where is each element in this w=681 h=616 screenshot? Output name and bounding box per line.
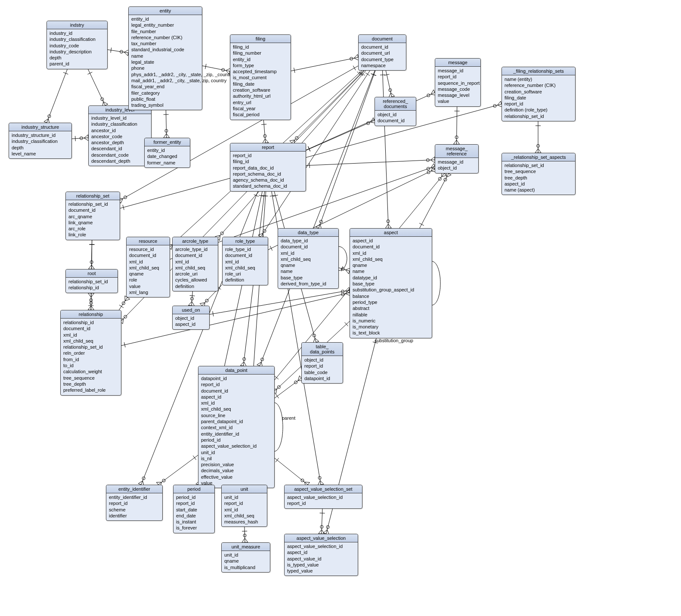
attr-row: aspect_id: [287, 549, 355, 555]
entity-relationship[interactable]: relationshiprelationship_iddocument_idxm…: [60, 310, 121, 396]
entity-_filing_relationship_sets[interactable]: _filing_relationship_setsname (entity)re…: [501, 67, 576, 121]
attr-row: name: [281, 268, 336, 274]
svg-line-171: [91, 306, 94, 310]
attr-row: creation_software: [233, 87, 288, 93]
attr-row: document_id: [378, 118, 413, 124]
entity-arcrole_type[interactable]: arcrole_typearcrole_type_iddocument_idxm…: [172, 237, 218, 291]
entity-indstry[interactable]: indstryindustry_idindustry_classificatio…: [46, 21, 108, 69]
svg-line-137: [261, 195, 266, 196]
attr-row: depth: [50, 55, 105, 61]
entity-_relationship_set_aspects[interactable]: _relationship_set_aspectsrelationship_se…: [501, 153, 576, 195]
entity-period[interactable]: periodperiod_idreport_idstart_dateend_da…: [173, 485, 215, 533]
attr-row: preferred_label_role: [63, 387, 118, 393]
svg-point-130: [313, 334, 316, 337]
attr-row: xml_id: [175, 259, 215, 265]
attr-row: filing_id: [233, 44, 288, 50]
svg-line-224: [346, 270, 349, 274]
attr-row: substitution_group_aspect_id: [353, 287, 429, 293]
entity-report[interactable]: reportreport_idfiling_idreport_data_doc_…: [230, 143, 306, 192]
attr-row: name (entity): [505, 76, 573, 82]
entity-message_reference[interactable]: message_referencemessage_idobject_id: [435, 144, 479, 173]
entity-attrs: report_idfiling_idreport_data_doc_idrepo…: [230, 152, 306, 191]
svg-line-282: [274, 458, 308, 485]
entity-title: message_reference: [435, 145, 478, 158]
svg-point-76: [220, 232, 223, 235]
attr-row: report_id: [109, 500, 160, 506]
entity-data_point[interactable]: data_pointdatapoint_idreport_iddocument_…: [198, 366, 275, 488]
entity-message[interactable]: messagemessage_idreport_idsequence_in_re…: [435, 58, 481, 107]
attr-row: qname: [281, 262, 336, 268]
entity-attrs: aspect_iddocument_idxml_idxml_child_seqq…: [350, 237, 432, 338]
svg-line-315: [538, 149, 541, 153]
svg-line-259: [275, 394, 279, 398]
entity-role_type[interactable]: role_typerole_type_iddocument_idxml_idxm…: [222, 237, 268, 285]
attr-row: is_most_current: [233, 74, 288, 80]
svg-point-208: [205, 299, 208, 302]
svg-point-246: [444, 178, 447, 181]
attr-row: effective_value: [201, 474, 272, 480]
attr-row: report_id: [287, 500, 359, 506]
svg-line-6: [47, 69, 68, 123]
attr-row: tree_depth: [505, 175, 573, 181]
entity-entity[interactable]: entityentity_idlegal_entity_numberfile_n…: [128, 6, 202, 110]
attr-row: form_type: [233, 62, 288, 68]
svg-line-131: [273, 195, 278, 196]
svg-line-247: [419, 223, 424, 226]
svg-line-300: [322, 509, 322, 534]
entity-root[interactable]: rootrelationship_set_idrelationship_id: [65, 269, 118, 293]
svg-line-8: [44, 119, 48, 122]
svg-point-310: [493, 104, 496, 107]
entity-attrs: aspect_value_selection_idreport_id: [285, 493, 362, 508]
entity-title: entity: [129, 7, 202, 15]
svg-line-182: [125, 299, 130, 301]
svg-line-51: [391, 93, 395, 96]
attr-row: is_numeric: [353, 318, 429, 324]
attr-row: trading_symbol: [131, 102, 199, 108]
entity-document[interactable]: documentdocument_iddocument_urldocument_…: [358, 34, 406, 71]
entity-data_type[interactable]: data_typedata_type_iddocument_idxml_idxm…: [278, 228, 339, 289]
attr-row: xml_child_seq: [353, 256, 429, 262]
entity-resource[interactable]: resourceresource_iddocument_idxml_idxml_…: [126, 237, 170, 297]
entity-filing[interactable]: filingfiling_idfiling_numberentity_idfor…: [230, 34, 291, 120]
entity-industry_structure[interactable]: industry_structureindustry_structure_idi…: [9, 123, 72, 159]
entity-relationship_set[interactable]: relationship_setrelationship_set_iddocum…: [65, 192, 120, 240]
svg-line-65: [353, 66, 356, 70]
attr-row: document_id: [361, 44, 403, 50]
entity-aspect_value_selection[interactable]: aspect_value_selectionaspect_value_selec…: [284, 534, 358, 576]
entity-entity_identifier[interactable]: entity_identifierentity_identifier_idrep…: [106, 485, 163, 521]
svg-line-45: [354, 54, 357, 58]
relationship-label: parent: [282, 415, 295, 421]
attr-row: report_id: [233, 152, 303, 158]
svg-line-122: [430, 160, 435, 163]
entity-title: data_type: [278, 229, 338, 237]
svg-line-302: [319, 529, 322, 534]
svg-point-252: [326, 526, 329, 529]
entity-aspect_value_selection_set[interactable]: aspect_value_selection_setaspect_value_s…: [284, 485, 362, 509]
svg-line-203: [190, 295, 195, 296]
entity-unit[interactable]: unitunit_idreport_idxml_idxml_child_seqm…: [221, 485, 267, 527]
entity-unit_measure[interactable]: unit_measureunit_idqnameis_multiplicand: [221, 542, 270, 573]
svg-point-220: [341, 290, 344, 293]
svg-line-86: [316, 224, 320, 227]
attr-row: aspect_value_id: [287, 556, 355, 562]
svg-line-213: [431, 167, 433, 171]
svg-line-17: [75, 136, 76, 141]
entity-table_data_points[interactable]: table_data_pointsobject_idreport_idtable…: [301, 342, 343, 384]
entity-attrs: relationship_set_iddocument_idarc_qnamel…: [66, 200, 120, 240]
entity-former_entity[interactable]: former_entityentity_iddate_changedformer…: [144, 138, 190, 168]
entity-industry_level[interactable]: industry_levelindustry_level_idindustry_…: [88, 105, 152, 166]
attr-row: message_code: [438, 86, 478, 92]
svg-point-184: [122, 302, 125, 305]
svg-line-189: [345, 290, 349, 294]
relationship-label: substitution_group: [375, 338, 413, 343]
svg-line-90: [383, 71, 389, 228]
entity-title: aspect_value_selection_set: [285, 485, 362, 493]
entity-aspect[interactable]: aspectaspect_iddocument_idxml_idxml_chil…: [350, 228, 432, 338]
attr-row: fiscal_period: [233, 111, 288, 118]
attr-row: document_type: [361, 56, 403, 62]
svg-line-309: [498, 101, 501, 105]
entity-used_on[interactable]: used_onobject_idaspect_id: [172, 306, 210, 330]
svg-line-162: [91, 240, 92, 269]
entity-referenced_documents[interactable]: referenced_documentsobject_iddocument_id: [375, 97, 416, 126]
attr-row: fiscal_year_end: [131, 84, 199, 90]
